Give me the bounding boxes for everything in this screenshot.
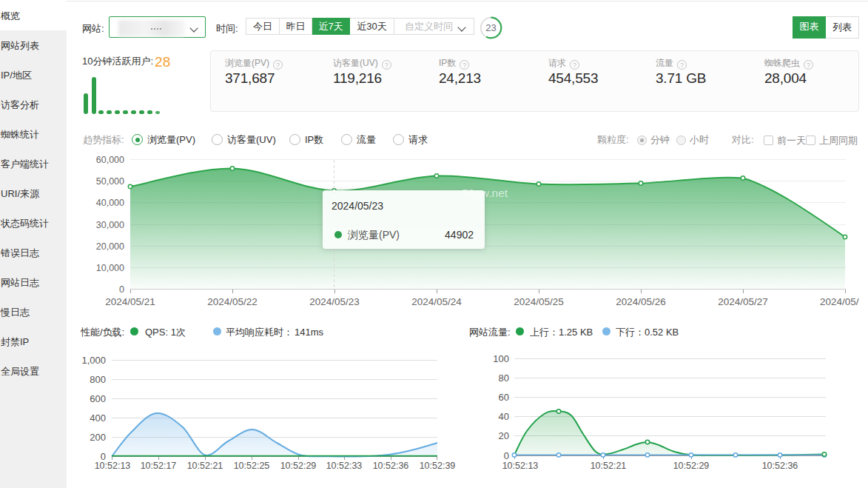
- svg-text:10:52:33: 10:52:33: [326, 461, 363, 471]
- svg-text:10:52:21: 10:52:21: [591, 461, 627, 471]
- svg-text:20: 20: [499, 430, 509, 441]
- svg-text:10:52:13: 10:52:13: [95, 461, 131, 471]
- svg-text:10:52:25: 10:52:25: [234, 461, 270, 471]
- svg-text:800: 800: [90, 374, 106, 385]
- svg-text:60: 60: [499, 392, 509, 403]
- svg-text:10:52:17: 10:52:17: [141, 461, 177, 471]
- svg-text:600: 600: [90, 393, 106, 404]
- svg-text:80: 80: [499, 372, 509, 384]
- svg-text:10:52:29: 10:52:29: [673, 461, 710, 471]
- svg-text:10:52:36: 10:52:36: [373, 461, 409, 471]
- svg-text:100: 100: [493, 353, 509, 364]
- svg-text:400: 400: [90, 412, 106, 424]
- svg-text:10:52:13: 10:52:13: [502, 461, 539, 471]
- svg-text:10:52:36: 10:52:36: [762, 461, 798, 471]
- svg-text:10:52:21: 10:52:21: [187, 461, 223, 471]
- svg-text:40: 40: [499, 411, 509, 422]
- svg-text:1,000: 1,000: [81, 355, 106, 366]
- svg-text:200: 200: [90, 432, 106, 443]
- svg-text:10:52:29: 10:52:29: [280, 461, 317, 471]
- svg-text:10:52:39: 10:52:39: [420, 461, 456, 471]
- svg-text:0: 0: [504, 450, 509, 461]
